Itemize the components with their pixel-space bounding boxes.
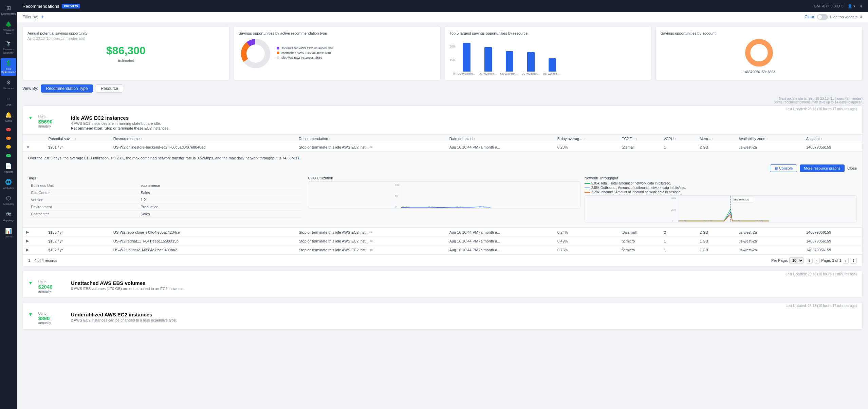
- account-donut-svg: [742, 37, 776, 69]
- row2-vcpu: 2: [661, 228, 696, 237]
- sidebar-item-mappings[interactable]: 🗺 Mappings: [1, 209, 16, 224]
- sidebar-item-logs[interactable]: ≡ Logs: [1, 94, 16, 109]
- tab-resource[interactable]: Resource: [96, 84, 123, 93]
- network-chart: Network Throughput 5.05k Total : Total a…: [585, 176, 857, 223]
- filter-clear-button[interactable]: Clear: [805, 15, 814, 19]
- row4-info-btn[interactable]: ✉: [370, 248, 372, 252]
- tag-val-bu: ecommerce: [138, 182, 302, 189]
- th-vcpu[interactable]: vCPU ↕: [661, 135, 696, 143]
- underutilized-chevron[interactable]: ▼: [28, 312, 33, 317]
- row2-avg: 0.24%: [554, 228, 618, 237]
- expanded-info-text: Over the last 5 days, the average CPU ut…: [28, 156, 857, 160]
- bar-1: [463, 43, 470, 72]
- svg-text:50: 50: [395, 194, 398, 197]
- row3-info-btn[interactable]: ✉: [370, 239, 372, 243]
- donut-chart-title: Savings opportunities by active recommen…: [239, 31, 436, 35]
- sidebar-item-label: Logs: [5, 103, 11, 106]
- close-button[interactable]: Close: [847, 164, 857, 172]
- th-date-detected[interactable]: Date detected ↕: [446, 135, 554, 143]
- ebs-savings-block: Up to $2040 annually: [38, 280, 66, 293]
- info-help-icon[interactable]: ℹ: [298, 156, 299, 160]
- per-page-select[interactable]: 10 20 50: [789, 257, 804, 264]
- svg-text:0: 0: [395, 205, 397, 208]
- last-page-btn[interactable]: ⟫: [850, 258, 857, 264]
- row2-expand[interactable]: ▶: [23, 228, 45, 237]
- sidebar-item-label: Reports: [4, 170, 13, 174]
- idle-ec2-recommend: Recommendation: Stop or terminate these …: [71, 126, 169, 130]
- th-five-day-avg[interactable]: 5-day averag... ↕: [554, 135, 618, 143]
- sidebar-item-modules[interactable]: ⬡ Modules: [1, 193, 16, 208]
- ebs-up-to: Up to: [38, 280, 66, 284]
- idle-last-updated: Last Updated: 23:13 (10 hours 17 minutes…: [23, 106, 862, 111]
- underutilized-savings-block: Up to $890 annually: [38, 312, 66, 325]
- tab-recommendation-type[interactable]: Recommendation Type: [41, 84, 93, 93]
- annual-savings-title: Annual potential savings opportunity: [27, 31, 224, 35]
- sidebar-item-cost-optimization[interactable]: 💲 Cost Optimization: [1, 58, 16, 76]
- top-widgets-row: Annual potential savings opportunity As …: [22, 26, 863, 80]
- console-button[interactable]: 🖥 Console: [770, 164, 797, 172]
- tag-row-env: Environment Production: [28, 203, 302, 211]
- sidebar-item-traces[interactable]: 📊 Traces: [1, 226, 16, 240]
- svg-text:17. Sep: 17. Sep: [479, 206, 487, 209]
- sidebar-item-label: Services: [3, 87, 14, 90]
- next-page-btn[interactable]: ›: [843, 258, 849, 264]
- row3-expand[interactable]: ▶: [23, 237, 45, 246]
- sidebar-item-reports[interactable]: 📄 Reports: [1, 161, 16, 176]
- download-icon[interactable]: ⬇: [860, 4, 863, 8]
- idle-ec2-savings-block: Up to $5690 annually: [38, 115, 66, 128]
- sidebar-item-services[interactable]: ⚙ Services: [1, 77, 16, 92]
- row1-info-btn[interactable]: ✉: [370, 145, 372, 149]
- sidebar-item-dashboards[interactable]: ⊞ Dashboards: [1, 3, 16, 18]
- idle-ec2-chevron[interactable]: ▼: [28, 115, 33, 120]
- account-label: 146379056159: $863: [743, 70, 775, 74]
- export-icon[interactable]: ⬇: [860, 15, 863, 19]
- svg-text:100: 100: [395, 183, 400, 187]
- filter-input[interactable]: [47, 15, 802, 19]
- hide-widgets-switch[interactable]: [817, 14, 828, 20]
- prev-page-btn[interactable]: ‹: [814, 258, 820, 264]
- th-ec2-type[interactable]: EC2 T... ↕: [618, 135, 661, 143]
- th-az[interactable]: Availability zone ↕: [735, 135, 803, 143]
- pagination: Per Page: 10 20 50 ⟪ ‹ Page: 1 of 1 › ⟫: [771, 257, 857, 264]
- ebs-chevron[interactable]: ▼: [28, 280, 33, 286]
- first-page-btn[interactable]: ⟪: [806, 258, 813, 264]
- filter-bar: Filter by: + Clear Hide top widgets ⬇: [17, 12, 868, 22]
- th-potential-savings[interactable]: Potential savi... ↕: [45, 135, 110, 143]
- row3-resource: US-W2:redhat11_i-041feeb115500f15b: [110, 237, 295, 246]
- table-body: ▼ $201 / yr US-W2:onlinestore-backend-ec…: [23, 143, 862, 254]
- row1-savings: $201 / yr: [45, 143, 110, 152]
- th-account[interactable]: Account ↕: [803, 135, 862, 143]
- row2-savings: $165 / yr: [45, 228, 110, 237]
- more-resource-graphs-button[interactable]: More resource graphs: [800, 164, 845, 172]
- row2-memory: 2 GB: [696, 228, 735, 237]
- row3-vcpu: 1: [661, 237, 696, 246]
- legend-label-idle: Idle AWS EC2 instances: $569: [281, 56, 322, 59]
- row4-memory: 1 GB: [696, 246, 735, 254]
- idle-ec2-title: Idle AWS EC2 instances: [71, 115, 169, 121]
- sidebar-item-resource-tree[interactable]: 🌲 Resource Tree: [1, 19, 16, 37]
- legend-outbound: 2.85k Outbound : Amount of outbound netw…: [585, 186, 857, 190]
- sidebar-item-alerts[interactable]: 🔔 Alerts: [1, 110, 16, 124]
- network-chart-title: Network Throughput: [585, 176, 857, 180]
- legend-label-unattached: Unattached AWS EBS volumes: $204: [281, 51, 332, 55]
- per-page-section: Per Page: 10 20 50: [771, 257, 804, 264]
- row4-expand[interactable]: ▶: [23, 246, 45, 254]
- th-resource-name[interactable]: Resource name ↑: [110, 135, 295, 143]
- legend-inbound: 2.20k Inbound : Amount of inbound networ…: [585, 190, 857, 194]
- svg-text:13. Sep: 13. Sep: [402, 206, 410, 209]
- annual-savings-widget: Annual potential savings opportunity As …: [22, 26, 229, 80]
- filter-add-button[interactable]: +: [41, 14, 44, 20]
- row2-rec: Stop or terminate this idle AWS EC2 inst…: [295, 228, 446, 237]
- expanded-detail-row: Over the last 5 days, the average CPU ut…: [23, 152, 862, 228]
- legend-dot-purple: [277, 47, 279, 50]
- legend-line-outbound: [585, 188, 590, 188]
- th-memory[interactable]: Mem... ↕: [696, 135, 735, 143]
- sidebar-item-websites[interactable]: 🌐 Websites: [1, 177, 16, 192]
- sidebar-item-resource-explorer[interactable]: 🔭 Resource Explorer: [1, 38, 16, 56]
- row2-info-btn[interactable]: ✉: [370, 231, 372, 234]
- sidebar-badge-yellow: 0: [1, 143, 16, 151]
- user-icon[interactable]: 👤 ▾: [848, 4, 855, 8]
- th-recommendation[interactable]: Recommendation ↕: [295, 135, 446, 143]
- svg-text:0: 0: [672, 219, 673, 222]
- row1-expand[interactable]: ▼: [23, 143, 45, 152]
